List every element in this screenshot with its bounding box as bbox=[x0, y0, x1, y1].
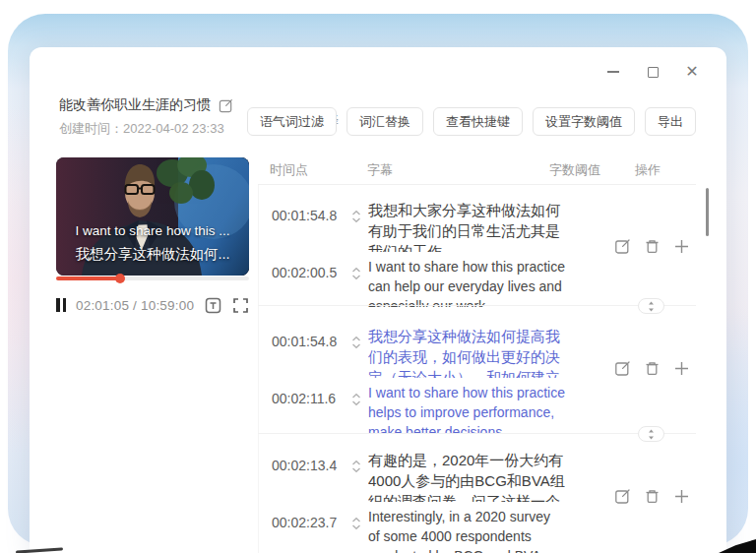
row-actions bbox=[614, 238, 690, 255]
orig-timestamp: 00:01:54.8 bbox=[272, 334, 346, 349]
subtitle-text-en[interactable]: I want to share how this practice helps … bbox=[368, 383, 565, 433]
subtitle-text-zh[interactable]: 我想分享这种做法如何提高我们的表现，如何做出更好的决定（无论大小），和如何建立 bbox=[368, 326, 565, 378]
edit-icon[interactable] bbox=[614, 360, 631, 377]
window-controls: ✕ bbox=[604, 63, 701, 81]
toolbar: 语气词过滤 词汇替换 查看快捷键 设置字数阈值 导出 bbox=[247, 107, 696, 136]
edit-icon[interactable] bbox=[614, 238, 631, 255]
vocab-replace-button[interactable]: 词汇替换 bbox=[346, 107, 423, 136]
export-button[interactable]: 导出 bbox=[645, 107, 696, 136]
timestamp-stepper-icon[interactable] bbox=[346, 516, 366, 531]
timestamp-stepper-icon[interactable] bbox=[346, 392, 366, 407]
subtitle-row: 00:02:13.4 有趣的是，2020年一份大约有4000人参与的由BCG和B… bbox=[258, 434, 696, 553]
app-window: ✕ 能改善你职业生涯的习惯 创建时间：2022-04-02 23:33 自动翻译… bbox=[30, 47, 726, 553]
minimize-button[interactable] bbox=[604, 63, 622, 81]
column-header-actions: 操作 bbox=[635, 161, 661, 179]
delete-icon[interactable] bbox=[644, 488, 661, 505]
orig-timestamp: 00:02:13.4 bbox=[272, 458, 346, 473]
table-scrollbar[interactable] bbox=[706, 188, 709, 236]
time-display: 02:01:05 / 10:59:00 bbox=[76, 298, 194, 313]
column-header-time: 时间点 bbox=[270, 161, 308, 179]
delete-icon[interactable] bbox=[644, 360, 661, 377]
edit-title-icon[interactable] bbox=[219, 98, 233, 113]
page-title: 能改善你职业生涯的习惯 bbox=[59, 96, 211, 114]
player-subtitle-zh: 我想分享这种做法如何... bbox=[56, 245, 249, 264]
caption-toggle-icon[interactable] bbox=[205, 297, 221, 314]
filler-filter-button[interactable]: 语气词过滤 bbox=[247, 107, 337, 136]
timestamp-stepper-icon[interactable] bbox=[346, 209, 366, 224]
column-header-subtitle: 字幕 bbox=[367, 161, 393, 179]
progress-bar[interactable] bbox=[56, 276, 249, 280]
add-icon[interactable] bbox=[673, 488, 690, 505]
close-button[interactable]: ✕ bbox=[683, 63, 701, 81]
close-icon: ✕ bbox=[685, 64, 698, 80]
maximize-icon bbox=[648, 67, 659, 78]
edit-icon[interactable] bbox=[614, 488, 631, 505]
trans-timestamp: 00:02:00.5 bbox=[272, 265, 346, 280]
created-time-label: 创建时间：2022-04-02 23:33 bbox=[59, 120, 224, 138]
video-thumbnail[interactable]: I want to share how this ... 我想分享这种做法如何.… bbox=[56, 157, 249, 276]
orig-timestamp: 00:01:54.8 bbox=[272, 208, 346, 223]
row-actions bbox=[614, 360, 690, 377]
delete-icon[interactable] bbox=[644, 238, 661, 255]
subtitle-text-zh[interactable]: 有趣的是，2020年一份大约有4000人参与的由BCG和BVA组织的调查问卷，问… bbox=[368, 450, 565, 502]
column-header-threshold: 字数阈值 bbox=[549, 161, 600, 179]
timestamp-stepper-icon[interactable] bbox=[346, 335, 366, 350]
timestamp-stepper-icon[interactable] bbox=[346, 266, 366, 281]
subtitle-text-en[interactable]: Interestingly, in a 2020 survey of some … bbox=[368, 507, 565, 553]
subtitle-text-en[interactable]: I want to share how this practice can he… bbox=[368, 257, 565, 307]
add-icon[interactable] bbox=[673, 360, 690, 377]
add-icon[interactable] bbox=[673, 238, 690, 255]
progress-fill bbox=[56, 276, 120, 280]
subtitle-text-zh[interactable]: 我想和大家分享这种做法如何有助于我们的日常生活尤其是我们的工作 bbox=[368, 200, 565, 252]
word-threshold-button[interactable]: 设置字数阈值 bbox=[533, 107, 635, 136]
timestamp-stepper-icon[interactable] bbox=[346, 459, 366, 474]
screenshot-stage: ✕ 能改善你职业生涯的习惯 创建时间：2022-04-02 23:33 自动翻译… bbox=[0, 0, 756, 553]
subtitle-row: 00:01:54.8 我想和大家分享这种做法如何有助于我们的日常生活尤其是我们的… bbox=[258, 184, 696, 306]
player-subtitle-en: I want to share how this ... bbox=[56, 223, 249, 238]
subtitle-row: 00:01:54.8 我想分享这种做法如何提高我们的表现，如何做出更好的决定（无… bbox=[258, 306, 696, 434]
minimize-icon bbox=[607, 71, 619, 73]
row-actions bbox=[614, 488, 690, 505]
progress-knob[interactable] bbox=[115, 274, 125, 283]
trans-timestamp: 00:02:11.6 bbox=[272, 391, 346, 406]
maximize-button[interactable] bbox=[644, 63, 662, 81]
pause-button[interactable] bbox=[56, 298, 66, 312]
trans-timestamp: 00:02:23.7 bbox=[272, 515, 346, 530]
shortcuts-button[interactable]: 查看快捷键 bbox=[433, 107, 523, 136]
fullscreen-icon[interactable] bbox=[232, 297, 249, 314]
player-controls: 02:01:05 / 10:59:00 bbox=[56, 295, 249, 315]
